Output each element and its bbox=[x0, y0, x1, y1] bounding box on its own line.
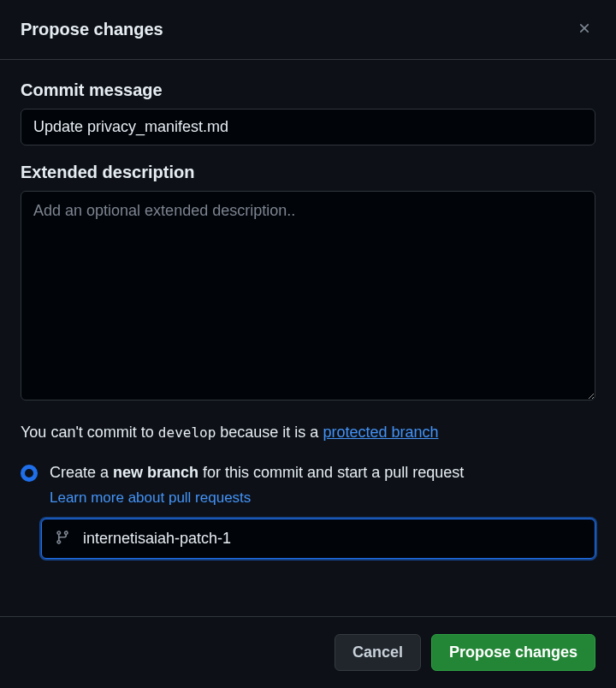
commit-message-label: Commit message bbox=[21, 80, 595, 100]
protected-branch-notice: You can't commit to develop because it i… bbox=[21, 421, 595, 444]
branch-name-field bbox=[41, 519, 595, 559]
create-branch-label: Create a new branch for this commit and … bbox=[50, 461, 595, 484]
close-button[interactable] bbox=[573, 17, 595, 42]
cancel-button[interactable]: Cancel bbox=[335, 634, 421, 671]
dialog-header: Propose changes bbox=[0, 0, 616, 60]
commit-message-field: Commit message bbox=[21, 80, 595, 145]
create-branch-option[interactable]: Create a new branch for this commit and … bbox=[21, 461, 595, 507]
radio-text-prefix: Create a bbox=[50, 464, 113, 481]
extended-description-label: Extended description bbox=[21, 163, 595, 182]
commit-message-input[interactable] bbox=[21, 109, 595, 145]
branch-option-group: Create a new branch for this commit and … bbox=[21, 461, 595, 559]
dialog-title: Propose changes bbox=[21, 20, 163, 39]
radio-text-suffix: for this commit and start a pull request bbox=[198, 464, 464, 481]
notice-branch-name: develop bbox=[158, 424, 216, 441]
extended-description-textarea[interactable] bbox=[21, 191, 595, 400]
radio-selected-icon[interactable] bbox=[21, 465, 38, 482]
learn-more-link[interactable]: Learn more about pull requests bbox=[50, 489, 595, 507]
branch-name-input[interactable] bbox=[41, 519, 595, 559]
propose-changes-dialog: Propose changes Commit message Extended … bbox=[0, 0, 616, 688]
git-branch-icon bbox=[55, 530, 70, 549]
extended-description-field: Extended description bbox=[21, 163, 595, 404]
notice-middle: because it is a bbox=[216, 424, 323, 441]
radio-text-bold: new branch bbox=[113, 464, 198, 481]
propose-changes-button[interactable]: Propose changes bbox=[431, 634, 595, 671]
dialog-body: Commit message Extended description You … bbox=[0, 60, 616, 616]
notice-prefix: You can't commit to bbox=[21, 424, 158, 441]
radio-content: Create a new branch for this commit and … bbox=[50, 461, 595, 507]
protected-branch-link[interactable]: protected branch bbox=[323, 424, 438, 441]
close-icon bbox=[577, 21, 592, 39]
dialog-footer: Cancel Propose changes bbox=[0, 616, 616, 688]
